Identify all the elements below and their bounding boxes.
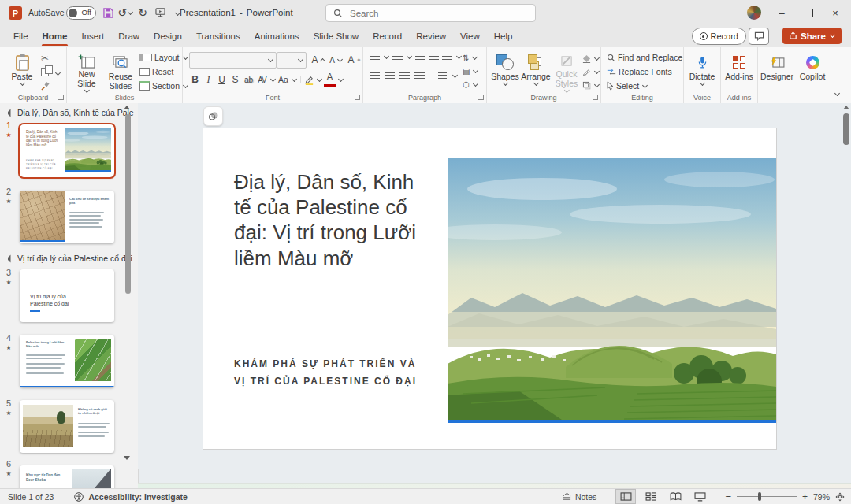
columns-chevron[interactable] xyxy=(452,72,458,78)
align-center-button[interactable] xyxy=(385,72,395,80)
reuse-slides-button[interactable]: Reuse Slides xyxy=(104,49,137,94)
layout-button[interactable]: Layout xyxy=(139,51,188,64)
tab-animations[interactable]: Animations xyxy=(247,25,307,47)
highlight-pen-icon[interactable] xyxy=(304,75,314,85)
slide-subtitle-text[interactable]: KHÁM PHÁ SỰ PHÁT TRIỂN VÀ VỊ TRÍ CỦA PAL… xyxy=(234,356,417,390)
panel-scrollbar-thumb[interactable] xyxy=(125,114,131,294)
new-slide-button[interactable]: New Slide xyxy=(71,49,102,94)
tab-record[interactable]: Record xyxy=(366,25,409,47)
shape-outline-button[interactable] xyxy=(582,65,600,78)
character-spacing-button[interactable]: AV xyxy=(256,76,268,84)
align-text-button[interactable]: ▤ xyxy=(463,65,478,77)
undo-button[interactable]: ↺ xyxy=(117,3,134,22)
tab-file[interactable]: File xyxy=(6,25,35,47)
dictate-button[interactable]: Dictate xyxy=(686,49,719,94)
reset-button[interactable]: Reset xyxy=(139,65,173,78)
change-case-button[interactable]: Aa xyxy=(277,75,289,84)
section-button[interactable]: Section xyxy=(139,80,188,92)
text-direction-button[interactable]: ⇅ xyxy=(463,51,478,64)
highlight-chevron[interactable] xyxy=(317,76,322,81)
font-color-button[interactable]: A xyxy=(324,73,336,87)
font-dialog-launcher[interactable] xyxy=(355,94,360,100)
fit-to-window-icon[interactable] xyxy=(835,492,845,502)
bullets-chevron[interactable] xyxy=(384,54,389,59)
shape-fill-button[interactable] xyxy=(582,52,600,65)
numbering-chevron[interactable] xyxy=(407,54,412,59)
copy-button[interactable] xyxy=(41,68,61,78)
tab-draw[interactable]: Draw xyxy=(111,25,147,47)
tab-slide-show[interactable]: Slide Show xyxy=(307,25,366,47)
start-slideshow-button[interactable] xyxy=(151,3,169,22)
zoom-out-button[interactable]: − xyxy=(725,491,731,502)
slide-6-thumbnail[interactable]: Khu vực từ Dan đến Beer-Sheba xyxy=(20,465,114,489)
tab-help[interactable]: Help xyxy=(487,25,520,47)
tab-home[interactable]: Home xyxy=(35,25,75,47)
clipboard-dialog-launcher[interactable] xyxy=(58,94,64,100)
panel-scroll-down-icon[interactable] xyxy=(124,456,130,460)
columns-button[interactable] xyxy=(438,72,447,80)
accessibility-status[interactable]: Accessibility: Investigate xyxy=(88,492,187,502)
minimize-button[interactable]: – xyxy=(768,0,795,25)
line-spacing-chevron[interactable] xyxy=(456,54,462,59)
decrease-font-button[interactable]: A xyxy=(326,54,343,66)
italic-button[interactable]: I xyxy=(203,74,214,86)
char-spacing-chevron[interactable] xyxy=(270,76,276,81)
zoom-slider[interactable] xyxy=(737,496,797,497)
notes-button[interactable]: Notes xyxy=(562,492,596,502)
slideshow-view-button[interactable] xyxy=(690,490,709,503)
increase-font-button[interactable]: A xyxy=(309,54,325,66)
select-button[interactable]: Select xyxy=(607,80,648,92)
close-button[interactable]: × xyxy=(822,0,849,25)
save-button[interactable] xyxy=(99,3,117,22)
clear-formatting-button[interactable]: A✦ xyxy=(345,54,362,66)
line-spacing-button[interactable] xyxy=(442,54,452,61)
slide-canvas[interactable]: Địa lý, Dân số, Kinh tế của Palestine cổ… xyxy=(203,128,776,449)
numbering-button[interactable] xyxy=(392,54,403,61)
slide-title-text[interactable]: Địa lý, Dân số, Kinh tế của Palestine cổ… xyxy=(234,169,425,271)
find-replace-button[interactable]: Find and Replace xyxy=(607,51,682,64)
zoom-slider-thumb[interactable] xyxy=(758,492,761,501)
cut-button[interactable]: ✂ xyxy=(41,53,49,64)
zoom-in-button[interactable]: + xyxy=(802,491,808,502)
align-right-button[interactable] xyxy=(399,72,410,80)
canvas-scrollbar-thumb[interactable] xyxy=(843,113,849,145)
justify-button[interactable] xyxy=(414,72,425,80)
text-shadow-button[interactable]: ab xyxy=(243,76,255,84)
slide-4-thumbnail[interactable]: Palestine trong Lưỡi liềm Màu mỡ xyxy=(20,335,114,387)
redo-button[interactable]: ↻ xyxy=(134,3,151,22)
decrease-indent-button[interactable] xyxy=(415,54,426,61)
tab-view[interactable]: View xyxy=(453,25,487,47)
slide-sorter-view-button[interactable] xyxy=(641,490,660,503)
font-size-combo[interactable] xyxy=(277,52,307,69)
shapes-button[interactable]: Shapes xyxy=(491,49,519,94)
font-color-chevron[interactable] xyxy=(338,76,344,81)
paragraph-dialog-launcher[interactable] xyxy=(478,94,484,100)
section-header-2[interactable]: Vị trí địa lý của Palestine cổ đại xyxy=(8,254,134,263)
share-button[interactable]: Share xyxy=(782,28,842,44)
comments-button[interactable] xyxy=(749,28,769,45)
slide-image[interactable] xyxy=(448,158,776,420)
tab-review[interactable]: Review xyxy=(409,25,453,47)
arrange-button[interactable]: Arrange xyxy=(520,49,552,94)
replace-fonts-button[interactable]: Replace Fonts xyxy=(607,65,672,78)
strikethrough-button[interactable]: S xyxy=(229,74,241,85)
panel-scroll-up-icon[interactable] xyxy=(124,106,130,109)
slide-2-thumbnail[interactable]: Các chủ đề sẽ được khám phá xyxy=(20,191,114,243)
record-button[interactable]: Record xyxy=(692,28,746,45)
normal-view-button[interactable] xyxy=(615,489,636,504)
reading-view-button[interactable] xyxy=(666,490,685,503)
addins-button[interactable]: Add-ins xyxy=(723,49,756,94)
canvas-copilot-button[interactable] xyxy=(203,106,223,126)
bullets-button[interactable] xyxy=(370,54,380,61)
maximize-button[interactable] xyxy=(795,0,822,25)
tab-insert[interactable]: Insert xyxy=(74,25,111,47)
copilot-button[interactable]: Copilot xyxy=(796,49,829,94)
slide-3-thumbnail[interactable]: Vị trí địa lý của Palestine cổ đại xyxy=(20,269,114,322)
increase-indent-button[interactable] xyxy=(429,54,439,61)
convert-smartart-button[interactable]: ⬡ xyxy=(463,78,478,91)
panel-scrollbar[interactable] xyxy=(125,103,135,489)
bold-button[interactable]: B xyxy=(189,74,201,85)
collapse-ribbon-button[interactable] xyxy=(834,91,840,96)
search-bar[interactable] xyxy=(325,4,536,22)
slide-1-thumbnail[interactable]: Địa lý, Dân số, Kinh tế của Palestine cổ… xyxy=(20,124,114,177)
